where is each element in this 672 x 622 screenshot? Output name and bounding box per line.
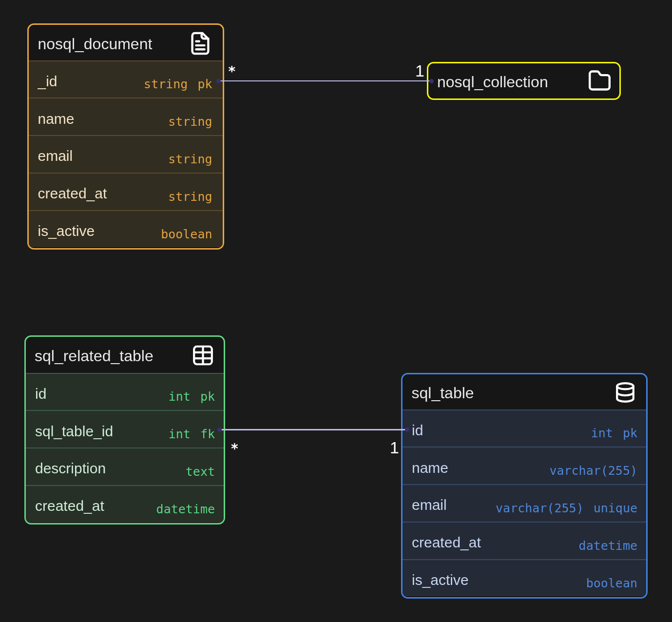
entity-sql-table[interactable]: sql_table id intpk name varchar(255) ema… <box>401 373 648 599</box>
entity-title: nosql_collection <box>437 73 548 91</box>
entity-nosql-collection[interactable]: nosql_collection <box>427 62 621 100</box>
field-name: is_active <box>412 572 469 588</box>
field-type: boolean <box>586 576 637 590</box>
field-type: string <box>168 115 212 129</box>
field-row: name string <box>29 97 223 135</box>
entity-nosql-document[interactable]: nosql_document _id stringpk name string … <box>27 23 224 250</box>
field-type: intpk <box>169 389 215 404</box>
entity-title: sql_table <box>412 384 474 402</box>
field-row: is_active boolean <box>403 559 646 597</box>
file-text-icon <box>191 32 210 55</box>
field-type: varchar(255) <box>549 464 637 478</box>
field-name: name <box>38 111 75 127</box>
relationship-line-nosql <box>218 80 431 82</box>
entity-title: sql_related_table <box>35 347 154 365</box>
field-row: id intpk <box>403 409 646 447</box>
field-constraint: pk <box>197 77 212 91</box>
field-type: string <box>168 190 212 204</box>
field-row: is_active boolean <box>29 210 223 248</box>
field-type: datetime <box>579 539 637 553</box>
entity-sql-related-table[interactable]: sql_related_table id intpk sql_table_id … <box>24 335 225 525</box>
connection-dot <box>217 428 222 432</box>
field-constraint: pk <box>623 426 637 440</box>
field-row: created_at string <box>29 173 223 210</box>
database-icon <box>615 382 635 403</box>
connection-dot <box>405 428 409 432</box>
folder-icon <box>589 70 611 91</box>
field-row: id intpk <box>26 373 224 410</box>
diagram-canvas[interactable]: nosql_document _id stringpk name string … <box>0 0 672 622</box>
field-name: description <box>35 460 106 477</box>
field-row: description text <box>26 447 224 485</box>
field-type: string <box>168 152 212 166</box>
relationship-line-sql <box>219 429 407 430</box>
field-type: datetime <box>156 502 215 516</box>
field-name: created_at <box>35 498 104 514</box>
field-name: email <box>412 497 447 513</box>
field-row: sql_table_id intfk <box>26 410 224 447</box>
field-type: text <box>186 465 215 479</box>
entity-header: nosql_collection <box>428 63 619 98</box>
field-type: varchar(255)unique <box>496 501 637 515</box>
connection-dot <box>216 79 221 83</box>
field-type: boolean <box>161 227 212 241</box>
field-row: created_at datetime <box>26 485 224 523</box>
field-name: email <box>38 148 73 164</box>
field-name: id <box>35 386 46 402</box>
field-row: email varchar(255)unique <box>403 484 646 522</box>
field-name: sql_table_id <box>35 423 113 440</box>
entity-header: sql_table <box>403 374 646 409</box>
field-row: name varchar(255) <box>403 447 646 484</box>
field-type: stringpk <box>144 77 212 91</box>
table-icon <box>193 346 213 366</box>
entity-title: nosql_document <box>38 35 153 53</box>
field-name: is_active <box>38 223 95 239</box>
field-name: id <box>412 422 423 439</box>
field-constraint: fk <box>200 427 215 441</box>
field-row: email string <box>29 135 223 173</box>
field-name: _id <box>38 73 58 90</box>
field-constraint: unique <box>594 501 637 515</box>
field-name: created_at <box>412 534 481 551</box>
field-name: name <box>412 460 448 476</box>
field-type: intfk <box>169 427 215 441</box>
field-name: created_at <box>38 185 107 202</box>
entity-header: sql_related_table <box>26 337 224 373</box>
connection-dot <box>429 79 434 83</box>
field-type: intpk <box>591 426 637 440</box>
field-constraint: pk <box>200 389 215 404</box>
entity-header: nosql_document <box>29 25 223 60</box>
field-row: _id stringpk <box>29 60 223 98</box>
field-row: created_at datetime <box>403 522 646 559</box>
